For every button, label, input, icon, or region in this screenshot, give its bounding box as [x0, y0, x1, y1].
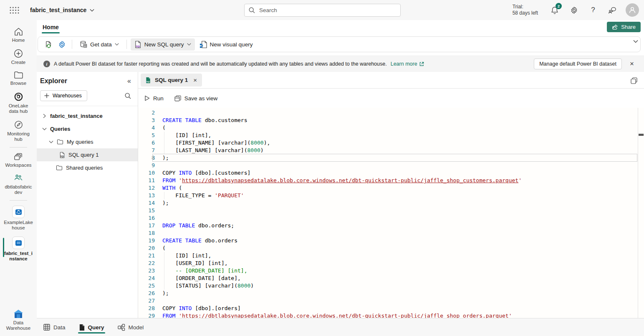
code-line[interactable]: 18 — [138, 229, 644, 237]
tree-item-my-queries[interactable]: My queries — [37, 135, 138, 148]
view-tab-data[interactable]: Data — [43, 318, 66, 336]
manage-default-dataset-button[interactable]: Manage default Power BI dataset — [534, 59, 622, 69]
code-line[interactable]: 22 [USER_ID] [int], — [138, 260, 644, 267]
global-search[interactable] — [244, 4, 401, 17]
refresh-doc-icon — [45, 41, 53, 48]
tree-item-shared-queries[interactable]: Shared queries — [37, 161, 138, 174]
search-input[interactable] — [258, 7, 396, 14]
copy-icon[interactable] — [628, 75, 640, 86]
feedback-button[interactable] — [604, 2, 621, 18]
code-line[interactable]: 25 [STATUS] [varchar](8000) — [138, 282, 644, 290]
code-line[interactable]: 19CREATE TABLE dbo.orders — [138, 237, 644, 244]
refresh-dataset-button[interactable] — [42, 38, 55, 50]
learn-more-link[interactable]: Learn more — [391, 61, 424, 67]
code-line[interactable]: 3CREATE TABLE dbo.customers — [138, 117, 644, 124]
code-line[interactable]: 13 FILE_TYPE = 'PARQUET' — [138, 192, 644, 199]
code-line[interactable]: 9 — [138, 162, 644, 169]
sql-code-editor[interactable]: 23CREATE TABLE dbo.customers4(5 [ID] [in… — [138, 108, 644, 318]
nav-item-fabric-test-instance[interactable]: fabric_test_instance — [0, 234, 37, 265]
query-doc-icon — [79, 324, 85, 331]
save-as-view-button[interactable]: Save as view — [174, 95, 218, 102]
line-number: 8 — [138, 154, 155, 162]
nav-data-warehouse[interactable]: Data Warehouse — [0, 306, 37, 336]
workspace-switcher[interactable]: fabric_test_instance — [30, 7, 94, 13]
line-number: 20 — [138, 244, 155, 252]
line-number: 21 — [138, 252, 155, 260]
collapse-panel-icon[interactable]: « — [125, 77, 134, 85]
share-icon — [612, 24, 618, 30]
code-line[interactable]: 5 [ID] [int], — [138, 132, 644, 139]
sql-file-green-icon: SQL — [145, 77, 151, 84]
view-tab-query[interactable]: Query — [78, 318, 105, 336]
workspace-area: Explorer « Warehouses fabric_test_in — [37, 72, 644, 318]
help-button[interactable]: ? — [585, 2, 601, 18]
line-number: 29 — [138, 312, 155, 318]
notifications-button[interactable]: 2 — [546, 2, 563, 18]
toolbar-divider — [72, 40, 72, 49]
code-line[interactable]: 24 [ORDER_DATE] [date], — [138, 275, 644, 282]
settings-button[interactable] — [566, 2, 582, 18]
warehouse-settings-button[interactable] — [56, 38, 68, 50]
nav-item-examplelakehouse[interactable]: ExampleLakehouse — [0, 203, 37, 234]
app-launcher-icon[interactable] — [6, 3, 23, 17]
nav-workspace-dbtlabsfabricdev[interactable]: dbtlabsfabricdev — [0, 171, 37, 198]
get-data-button[interactable]: Get data — [76, 38, 123, 50]
nav-workspaces[interactable]: Workspaces — [0, 150, 37, 171]
account-avatar[interactable] — [626, 3, 639, 17]
code-line[interactable]: 26); — [138, 290, 644, 297]
code-line[interactable]: 6 [FIRST_NAME] [varchar](8000), — [138, 139, 644, 147]
nav-monitoring-hub[interactable]: Monitoring hub — [0, 117, 37, 145]
notification-badge: 2 — [556, 3, 562, 9]
line-number: 17 — [138, 222, 155, 229]
banner-close-icon[interactable]: × — [626, 58, 638, 70]
code-line[interactable]: 14); — [138, 199, 644, 207]
close-tab-icon[interactable]: × — [192, 76, 199, 84]
nav-create[interactable]: Create — [0, 46, 37, 68]
tree-item-sql-query-1[interactable]: SQL SQL query 1 — [37, 148, 138, 161]
rail-divider — [10, 147, 27, 148]
tree-item-warehouse-root[interactable]: fabric_test_instance — [37, 109, 138, 122]
code-line[interactable]: 20( — [138, 244, 644, 252]
share-button[interactable]: Share — [607, 22, 641, 32]
code-line[interactable]: 23 -- [ORDER_DATE] [int], — [138, 267, 644, 275]
data-grid-icon — [43, 324, 50, 331]
query-tab-sql-query-1[interactable]: SQL SQL query 1 × — [141, 74, 202, 87]
code-line[interactable]: 8); — [138, 154, 644, 162]
code-line[interactable]: 11FROM 'https://dbtlabsynapsedatalake.bl… — [138, 177, 644, 184]
explorer-search-icon[interactable] — [122, 90, 134, 102]
scrollbar-thumb[interactable] — [639, 134, 644, 136]
new-sql-query-button[interactable]: SQL New SQL query — [131, 38, 195, 51]
code-line[interactable]: 4( — [138, 124, 644, 132]
view-tab-model[interactable]: Model — [117, 318, 145, 336]
nav-browse[interactable]: Browse — [0, 68, 37, 89]
visual-query-icon — [200, 41, 207, 48]
code-line[interactable]: 29FROM 'https://dbtlabsynapsedatalake.bl… — [138, 312, 644, 318]
plus-icon — [44, 93, 49, 98]
chevron-down-icon — [90, 9, 94, 12]
top-bar: fabric_test_instance Trial: 58 days left… — [0, 0, 644, 20]
code-line[interactable]: 12WITH ( — [138, 184, 644, 192]
code-line[interactable]: 15 — [138, 207, 644, 214]
code-line[interactable]: 21 [ID] [int], — [138, 252, 644, 260]
add-warehouses-button[interactable]: Warehouses — [40, 90, 87, 101]
new-visual-query-button[interactable]: New visual query — [196, 38, 257, 51]
onelake-icon — [14, 92, 23, 102]
tree-item-queries[interactable]: Queries — [37, 122, 138, 135]
code-line[interactable]: 27 — [138, 297, 644, 305]
nav-home[interactable]: Home — [0, 24, 37, 46]
tab-home[interactable]: Home — [41, 20, 61, 34]
folder-icon — [57, 139, 63, 145]
editor-scrollbar[interactable] — [638, 108, 644, 318]
code-line[interactable]: 10COPY INTO [dbo].[customers] — [138, 169, 644, 177]
code-line[interactable]: 16 — [138, 214, 644, 222]
code-line[interactable]: 28COPY INTO [dbo].[orders] — [138, 305, 644, 312]
run-button[interactable]: Run — [144, 95, 164, 102]
nav-onelake-data-hub[interactable]: OneLake data hub — [0, 89, 37, 117]
code-line[interactable]: 17DROP TABLE dbo.orders; — [138, 222, 644, 229]
code-line[interactable]: 7 [LAST_NAME] [varchar](8000) — [138, 147, 644, 154]
code-line[interactable]: 2 — [138, 109, 644, 117]
rail-divider — [10, 200, 27, 201]
workspace-name: fabric_test_instance — [30, 7, 86, 13]
ribbon-collapse-chevron[interactable] — [633, 40, 638, 43]
code-lines: 23CREATE TABLE dbo.customers4(5 [ID] [in… — [138, 109, 644, 318]
